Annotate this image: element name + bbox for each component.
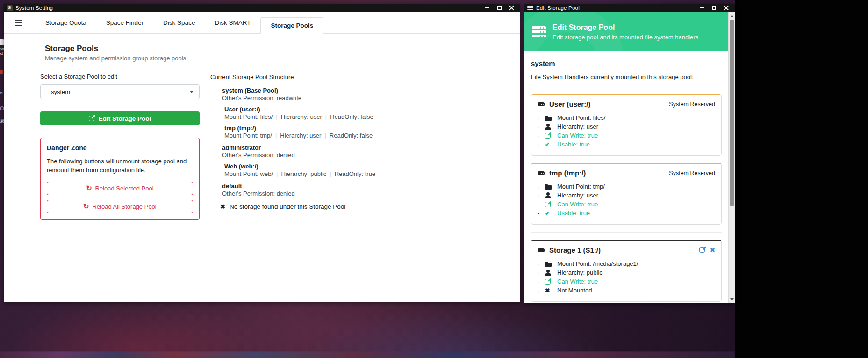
storage-pools-page: Storage Pools Manage system and permissi…	[4, 34, 520, 302]
handler-item: - Hierarchy: public	[538, 268, 715, 277]
scrollbar-thumb[interactable]	[730, 20, 734, 206]
handler-card-tmp: tmp (tmp:/) System Reserved - Mount Poin…	[531, 163, 722, 225]
folder-icon	[545, 184, 553, 190]
divider	[531, 232, 722, 233]
handler-item: - Mount Point: files/	[538, 113, 715, 122]
pool-name: administrator	[222, 144, 295, 151]
header-title: Edit Storage Pool	[552, 23, 698, 32]
reload-all-storage-pool-button[interactable]: Reload All Storage Pool	[47, 200, 193, 213]
pool-select-value: system	[51, 88, 70, 95]
edit-icon	[545, 201, 553, 207]
tree-child-tmp: tmp (tmp:/) Mount Point: tmp/|Hierarchy:…	[220, 124, 444, 139]
page-title: Storage Pools	[40, 44, 200, 53]
handler-item: - Mount Point: tmp/	[538, 182, 715, 191]
hdd-icon	[538, 102, 545, 106]
pool-name: default	[222, 183, 295, 190]
check-icon	[545, 141, 553, 148]
settings-tabbar: Storage Quota Space Finder Disk Space Di…	[4, 12, 520, 34]
handler-details: Mount Point: tmp/|Hierarchy: user|ReadOn…	[224, 132, 373, 139]
chevron-down-icon	[190, 91, 194, 93]
hdd-icon	[538, 171, 545, 175]
danger-zone-description: The following buttons will unmount stora…	[47, 157, 194, 175]
handler-details: Mount Point: files/|Hierarchy: user|Read…	[224, 113, 373, 120]
gear-icon: ⚙	[7, 5, 13, 11]
pool-select[interactable]: system	[40, 84, 200, 99]
handler-card-storage1: Storage 1 (S1:/) - Mount Point: /media/s…	[531, 240, 722, 302]
desktop-icon-fragment	[0, 70, 3, 74]
x-icon: ✖	[220, 204, 225, 210]
edit-pool-titlebar: Edit Storage Pool	[524, 4, 735, 12]
handler-title: User (user:/)	[549, 100, 590, 108]
handler-name: tmp (tmp:/)	[224, 124, 373, 132]
handler-item: - Not Mounted	[538, 286, 715, 295]
handler-item: - Usable: true	[538, 140, 715, 149]
storage-pool-tree: system (Base Pool) Other's Permission: r…	[210, 87, 444, 210]
edit-handler-button[interactable]	[699, 247, 705, 253]
close-button[interactable]	[720, 4, 732, 12]
scrollbar[interactable]	[728, 12, 735, 303]
minimize-button[interactable]	[481, 4, 493, 12]
danger-zone-card: Danger Zone The following buttons will u…	[40, 138, 200, 220]
divider	[34, 132, 206, 132]
tab-disk-smart[interactable]: Disk SMART	[205, 12, 260, 34]
black-background-region	[735, 0, 868, 358]
minimize-button[interactable]	[696, 4, 708, 12]
header-subtitle: Edit storage pool and its mounted file s…	[552, 34, 698, 41]
handler-name: Web (web:/)	[224, 163, 375, 170]
tab-storage-pools[interactable]: Storage Pools	[260, 17, 323, 34]
desktop-icon-label-fragment: ~	[1, 86, 3, 90]
edit-pool-header: Edit Storage Pool Edit storage pool and …	[524, 12, 728, 51]
edit-storage-pool-button[interactable]: Edit Storage Pool	[40, 111, 200, 125]
menu-icon	[527, 6, 533, 10]
pool-select-label: Select a Storage Pool to edit	[40, 73, 200, 80]
server-icon	[532, 26, 546, 37]
pool-group-default: default Other's Permission: denied ✖ No …	[210, 183, 444, 210]
hdd-icon	[538, 248, 545, 252]
handler-item: - Usable: true	[538, 209, 715, 218]
folder-icon	[545, 115, 553, 121]
handler-item: - Mount Point: /media/storage1/	[538, 259, 715, 268]
handler-name: User (user:/)	[224, 106, 373, 113]
tab-storage-quota[interactable]: Storage Quota	[36, 12, 96, 34]
system-reserved-badge: System Reserved	[669, 101, 715, 108]
tree-child-web: Web (web:/) Mount Point: web/|Hierarchy:…	[220, 163, 444, 177]
remove-handler-button[interactable]	[710, 246, 715, 254]
close-button[interactable]	[505, 4, 517, 12]
edit-icon	[89, 116, 94, 121]
tree-child-user: User (user:/) Mount Point: files/|Hierar…	[220, 106, 444, 120]
pool-name-heading: system	[531, 59, 722, 67]
x-icon	[545, 287, 553, 294]
handler-details: Mount Point: web/|Hierarchy: public|Read…	[224, 170, 375, 177]
menu-icon[interactable]	[15, 20, 22, 26]
maximize-button[interactable]	[493, 4, 505, 12]
handler-item: - Can Write: true	[538, 131, 715, 140]
empty-pool-message: ✖ No storage found under this Storage Po…	[220, 203, 444, 210]
person-icon	[545, 124, 553, 130]
handler-item: - Hierarchy: user	[538, 122, 715, 131]
handler-item: - Can Write: true	[538, 200, 715, 209]
handler-item: - Can Write: true	[538, 277, 715, 286]
edit-icon	[545, 278, 553, 285]
edit-icon	[545, 132, 553, 139]
pool-permission: Other's Permission: readwrite	[222, 95, 301, 102]
person-icon	[545, 270, 553, 276]
window-title: System Setting	[15, 5, 53, 11]
tab-disk-space[interactable]: Disk Space	[153, 12, 205, 34]
handlers-description: File System Handlers currently mounted i…	[531, 73, 722, 80]
scroll-up-arrow[interactable]	[730, 15, 734, 17]
desktop-icon-label-fragment: xt	[0, 51, 3, 56]
handler-title: Storage 1 (S1:/)	[549, 246, 601, 254]
pool-permission: Other's Permission: denied	[222, 190, 295, 197]
danger-zone-title: Danger Zone	[47, 144, 193, 152]
pool-permission: Other's Permission: denied	[222, 152, 295, 159]
wallpaper-streaks	[0, 351, 735, 358]
scroll-down-arrow[interactable]	[730, 298, 734, 300]
reload-selected-pool-button[interactable]: Reload Selected Pool	[47, 182, 193, 195]
maximize-button[interactable]	[708, 4, 720, 12]
system-setting-window: ⚙ System Setting Storage Quota Space Fin…	[4, 4, 520, 302]
pool-group-administrator: administrator Other's Permission: denied…	[210, 144, 444, 177]
system-setting-titlebar: ⚙ System Setting	[4, 4, 520, 12]
handler-item: - Hierarchy: user	[538, 191, 715, 200]
system-reserved-badge: System Reserved	[669, 170, 715, 176]
tab-space-finder[interactable]: Space Finder	[96, 12, 153, 34]
